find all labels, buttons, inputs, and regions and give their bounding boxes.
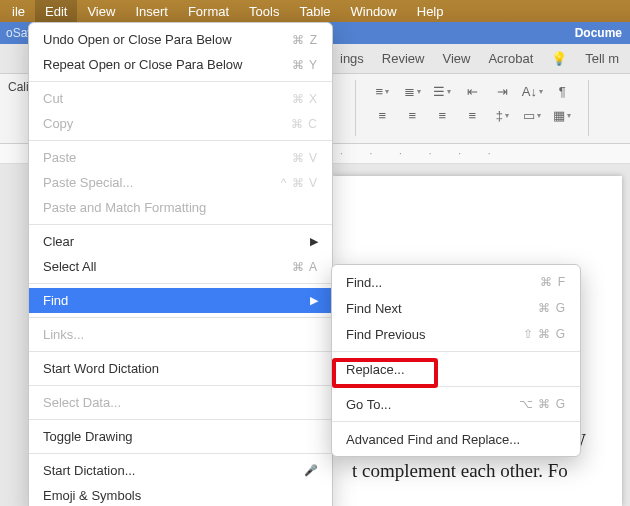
submenu-find-previous[interactable]: Find Previous ⇧ ⌘ G xyxy=(332,321,580,347)
chevron-right-icon: ▶ xyxy=(310,294,318,307)
menu-file[interactable]: ile xyxy=(2,0,35,22)
menu-label: Start Word Dictation xyxy=(43,361,159,376)
tab-ings[interactable]: ings xyxy=(340,51,364,66)
menu-emoji-symbols[interactable]: Emoji & Symbols xyxy=(29,483,332,506)
menu-label: Emoji & Symbols xyxy=(43,488,141,503)
lightbulb-icon: 💡 xyxy=(551,51,567,66)
menu-paste-match: Paste and Match Formatting xyxy=(29,195,332,220)
line-spacing-icon[interactable]: ‡ xyxy=(488,104,516,126)
menu-paste: Paste ⌘ V xyxy=(29,145,332,170)
shortcut: ⌘ F xyxy=(540,275,566,289)
bullets-icon[interactable]: ≡ xyxy=(368,80,396,102)
menu-clear[interactable]: Clear ▶ xyxy=(29,229,332,254)
shortcut: ⌘ V xyxy=(292,151,318,165)
shortcut: ⌘ G xyxy=(538,301,566,315)
menu-help[interactable]: Help xyxy=(407,0,454,22)
menu-label: Go To... xyxy=(346,397,391,412)
align-center-icon[interactable]: ≡ xyxy=(398,104,426,126)
menu-label: Start Dictation... xyxy=(43,463,135,478)
menu-label: Advanced Find and Replace... xyxy=(346,432,520,447)
menu-toggle-drawing[interactable]: Toggle Drawing xyxy=(29,424,332,449)
sort-icon[interactable]: A↓ xyxy=(518,80,546,102)
chevron-right-icon: ▶ xyxy=(310,235,318,248)
submenu-find-next[interactable]: Find Next ⌘ G xyxy=(332,295,580,321)
menu-label: Undo Open or Close Para Below xyxy=(43,32,232,47)
align-left-icon[interactable]: ≡ xyxy=(368,104,396,126)
align-right-icon[interactable]: ≡ xyxy=(428,104,456,126)
shortcut: ⌘ X xyxy=(292,92,318,106)
menu-label: Copy xyxy=(43,116,73,131)
shortcut: ^ ⌘ V xyxy=(281,176,318,190)
shortcut: ⌘ A xyxy=(292,260,318,274)
menu-label: Find Previous xyxy=(346,327,425,342)
menu-window[interactable]: Window xyxy=(341,0,407,22)
menu-start-dictation[interactable]: Start Dictation... 🎤 xyxy=(29,458,332,483)
menu-label: Find... xyxy=(346,275,382,290)
paragraph-marks-icon[interactable]: ¶ xyxy=(548,80,576,102)
menu-cut: Cut ⌘ X xyxy=(29,86,332,111)
menu-view[interactable]: View xyxy=(77,0,125,22)
microphone-icon: 🎤 xyxy=(304,464,318,477)
menu-label: Select All xyxy=(43,259,96,274)
multilevel-icon[interactable]: ☰ xyxy=(428,80,456,102)
tell-me[interactable]: Tell m xyxy=(585,51,619,66)
menu-label: Paste and Match Formatting xyxy=(43,200,206,215)
doc-title: Docume xyxy=(575,22,622,44)
menu-copy: Copy ⌘ C xyxy=(29,111,332,136)
menu-label: Select Data... xyxy=(43,395,121,410)
numbering-icon[interactable]: ≣ xyxy=(398,80,426,102)
submenu-find[interactable]: Find... ⌘ F xyxy=(332,269,580,295)
borders-icon[interactable]: ▦ xyxy=(548,104,576,126)
tab-acrobat[interactable]: Acrobat xyxy=(488,51,533,66)
separator xyxy=(588,80,589,136)
shortcut: ⌘ C xyxy=(291,117,318,131)
tab-review[interactable]: Review xyxy=(382,51,425,66)
menu-label: Cut xyxy=(43,91,63,106)
tab-view[interactable]: View xyxy=(442,51,470,66)
find-submenu: Find... ⌘ F Find Next ⌘ G Find Previous … xyxy=(331,264,581,457)
menu-label: Links... xyxy=(43,327,84,342)
shortcut: ⌘ Y xyxy=(292,58,318,72)
shortcut: ⇧ ⌘ G xyxy=(523,327,566,341)
edit-dropdown: Undo Open or Close Para Below ⌘ Z Repeat… xyxy=(28,22,333,506)
submenu-replace[interactable]: Replace... xyxy=(332,356,580,382)
menu-links: Links... xyxy=(29,322,332,347)
increase-indent-icon[interactable]: ⇥ xyxy=(488,80,516,102)
submenu-advanced-find[interactable]: Advanced Find and Replace... xyxy=(332,426,580,452)
menu-label: Paste Special... xyxy=(43,175,133,190)
shortcut: ⌥ ⌘ G xyxy=(519,397,566,411)
menu-insert[interactable]: Insert xyxy=(125,0,178,22)
menu-tools[interactable]: Tools xyxy=(239,0,289,22)
menu-label: Find Next xyxy=(346,301,402,316)
separator xyxy=(355,80,356,136)
menu-label: Clear xyxy=(43,234,74,249)
menu-format[interactable]: Format xyxy=(178,0,239,22)
menu-label: Paste xyxy=(43,150,76,165)
menu-select-all[interactable]: Select All ⌘ A xyxy=(29,254,332,279)
submenu-goto[interactable]: Go To... ⌥ ⌘ G xyxy=(332,391,580,417)
menu-edit[interactable]: Edit xyxy=(35,0,77,22)
menu-table[interactable]: Table xyxy=(289,0,340,22)
shortcut: ⌘ Z xyxy=(292,33,318,47)
menu-find[interactable]: Find ▶ xyxy=(29,288,332,313)
shading-icon[interactable]: ▭ xyxy=(518,104,546,126)
menu-label: Repeat Open or Close Para Below xyxy=(43,57,242,72)
decrease-indent-icon[interactable]: ⇤ xyxy=(458,80,486,102)
menu-paste-special: Paste Special... ^ ⌘ V xyxy=(29,170,332,195)
paragraph-group: ≡ ≣ ☰ ⇤ ⇥ A↓ ¶ ≡ ≡ ≡ ≡ ‡ ▭ ▦ xyxy=(368,80,576,126)
system-menubar: ile Edit View Insert Format Tools Table … xyxy=(0,0,630,22)
menu-label: Find xyxy=(43,293,68,308)
menu-undo[interactable]: Undo Open or Close Para Below ⌘ Z xyxy=(29,27,332,52)
justify-icon[interactable]: ≡ xyxy=(458,104,486,126)
menu-label: Replace... xyxy=(346,362,405,377)
menu-label: Toggle Drawing xyxy=(43,429,133,444)
menu-select-data: Select Data... xyxy=(29,390,332,415)
menu-start-word-dictation[interactable]: Start Word Dictation xyxy=(29,356,332,381)
menu-repeat[interactable]: Repeat Open or Close Para Below ⌘ Y xyxy=(29,52,332,77)
